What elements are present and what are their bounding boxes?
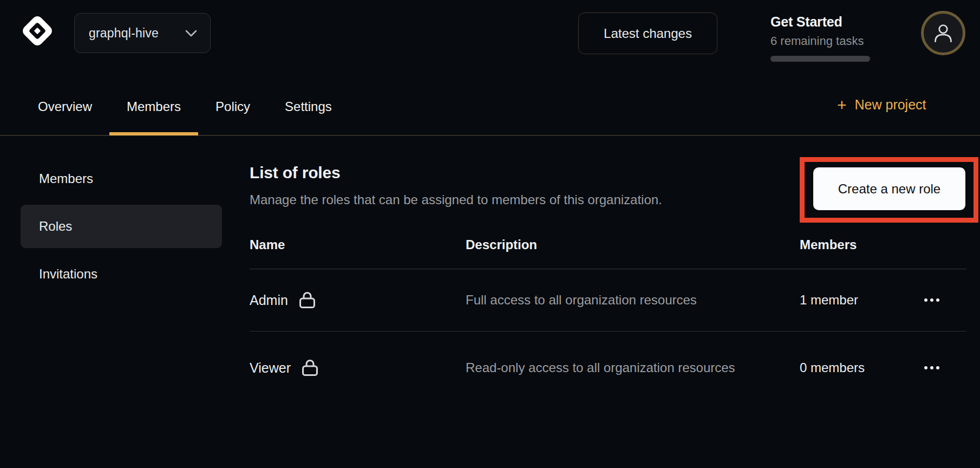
latest-changes-button[interactable]: Latest changes [578,12,717,54]
page-title: List of roles [250,164,340,182]
create-new-role-button[interactable]: Create a new role [813,167,965,210]
get-started-progressbar [770,56,870,62]
tab-settings[interactable]: Settings [285,81,332,135]
page-subtitle: Manage the roles that can be assigned to… [250,192,662,207]
roles-table: Name Description Members Admin Full acce… [250,233,966,404]
org-tabbar: Overview Members Policy Settings [38,81,332,135]
plus-icon: + [837,98,847,113]
tab-members[interactable]: Members [127,81,181,135]
role-description: Read-only access to all organization res… [466,356,747,379]
row-menu-button[interactable] [920,357,944,379]
sidebar-item-roles[interactable]: Roles [21,205,222,248]
new-project-button[interactable]: + New project [837,97,926,113]
role-members-count: 1 member [800,292,858,308]
lock-icon [299,291,316,309]
hive-logo[interactable] [19,13,55,49]
user-icon [933,23,953,43]
roles-table-header: Name Description Members [250,233,966,269]
new-project-label: New project [855,97,926,113]
get-started-title: Get Started [770,14,879,30]
lock-icon [302,359,318,376]
members-sidebar: Members Roles Invitations [21,157,222,296]
column-header-name: Name [250,237,285,252]
role-description: Full access to all organization resource… [466,289,747,311]
user-avatar[interactable] [921,11,965,55]
get-started-widget[interactable]: Get Started 6 remaining tasks [770,14,879,62]
organization-name: graphql-hive [89,26,159,41]
hive-logo-icon [19,13,55,49]
tab-overview[interactable]: Overview [38,81,92,135]
sidebar-item-invitations[interactable]: Invitations [21,252,222,296]
get-started-subtitle: 6 remaining tasks [770,34,879,48]
role-name: Admin [250,292,288,308]
row-menu-button[interactable] [920,289,944,311]
sidebar-item-members[interactable]: Members [21,157,222,200]
role-name: Viewer [250,360,291,375]
role-members-count: 0 members [800,360,865,375]
table-row-admin: Admin Full access to all organization re… [250,269,966,332]
tab-policy[interactable]: Policy [215,81,250,135]
organization-selector[interactable]: graphql-hive [74,13,211,53]
column-header-members: Members [800,237,857,252]
column-header-description: Description [466,237,537,252]
table-row-viewer: Viewer Read-only access to all organizat… [250,332,966,404]
chevron-down-icon [185,30,197,37]
